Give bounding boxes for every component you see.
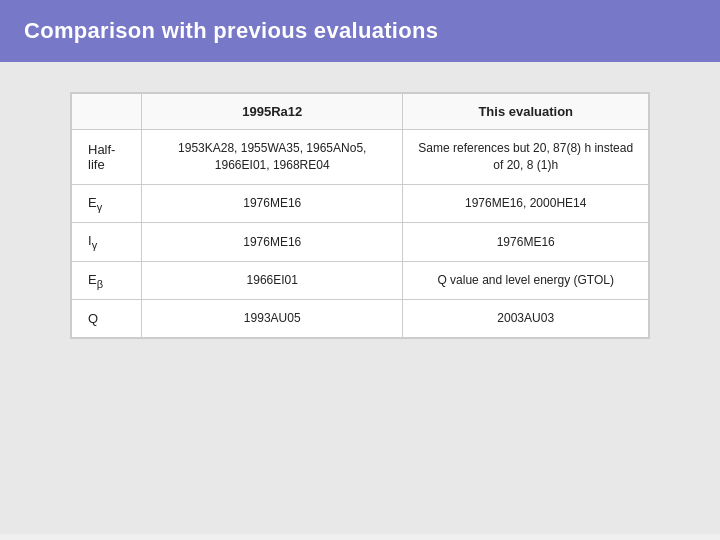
row-label-4: Q bbox=[72, 300, 142, 338]
col-header-this-evaluation: This evaluation bbox=[403, 94, 649, 130]
row-col2-0: Same references but 20, 87(8) h instead … bbox=[403, 130, 649, 185]
row-col2-3: Q value and level energy (GTOL) bbox=[403, 261, 649, 300]
row-col2-2: 1976ME16 bbox=[403, 223, 649, 262]
row-col2-1: 1976ME16, 2000HE14 bbox=[403, 184, 649, 223]
page-header: Comparison with previous evaluations bbox=[0, 0, 720, 62]
row-label-2: Iγ bbox=[72, 223, 142, 262]
row-col1-3: 1966EI01 bbox=[142, 261, 403, 300]
row-col2-4: 2003AU03 bbox=[403, 300, 649, 338]
row-col1-2: 1976ME16 bbox=[142, 223, 403, 262]
row-label-1: Eγ bbox=[72, 184, 142, 223]
table-row: Iγ1976ME161976ME16 bbox=[72, 223, 649, 262]
row-col1-1: 1976ME16 bbox=[142, 184, 403, 223]
row-col1-4: 1993AU05 bbox=[142, 300, 403, 338]
table-row: Q1993AU052003AU03 bbox=[72, 300, 649, 338]
table-row: Half-life1953KA28, 1955WA35, 1965ANo5, 1… bbox=[72, 130, 649, 185]
comparison-table-container: 1995Ra12 This evaluation Half-life1953KA… bbox=[70, 92, 650, 339]
table-row: Eβ1966EI01Q value and level energy (GTOL… bbox=[72, 261, 649, 300]
row-label-3: Eβ bbox=[72, 261, 142, 300]
col-header-1995ra12: 1995Ra12 bbox=[142, 94, 403, 130]
table-row: Eγ1976ME161976ME16, 2000HE14 bbox=[72, 184, 649, 223]
col-header-empty bbox=[72, 94, 142, 130]
row-label-0: Half-life bbox=[72, 130, 142, 185]
page-title: Comparison with previous evaluations bbox=[24, 18, 438, 44]
main-content: 1995Ra12 This evaluation Half-life1953KA… bbox=[0, 62, 720, 534]
comparison-table: 1995Ra12 This evaluation Half-life1953KA… bbox=[71, 93, 649, 338]
row-col1-0: 1953KA28, 1955WA35, 1965ANo5, 1966EI01, … bbox=[142, 130, 403, 185]
